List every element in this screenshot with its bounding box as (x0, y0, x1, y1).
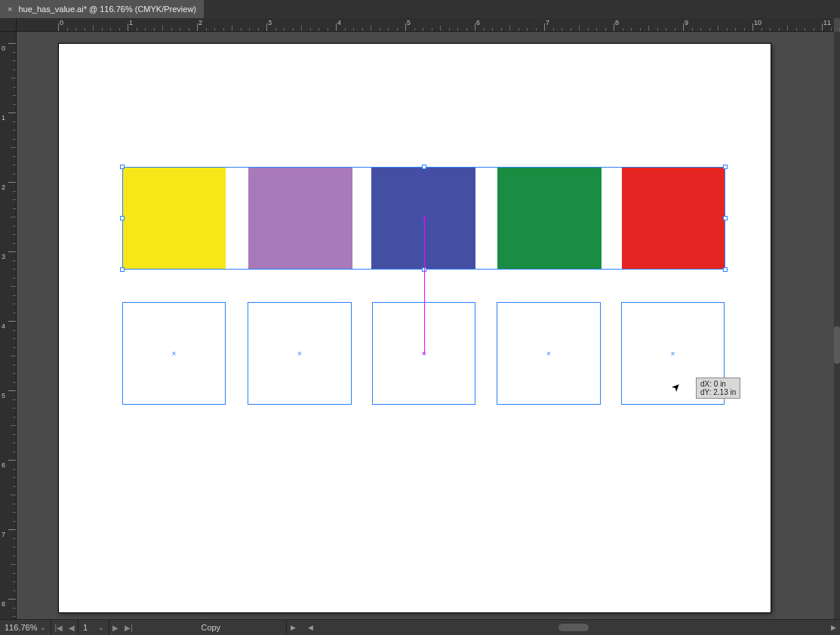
vertical-scrollbar[interactable] (834, 32, 840, 619)
artboard-number: 1 (83, 623, 88, 632)
ruler-h-label: 4 (337, 19, 341, 26)
ruler-h-label: 3 (268, 19, 272, 26)
ruler-v-label: 1 (2, 114, 5, 122)
chevron-down-icon: ⌄ (98, 624, 104, 631)
horizontal-ruler[interactable]: 01234567891011 (17, 18, 834, 32)
horizontal-scrollbar[interactable]: ▶ ◀ ▶ (287, 620, 840, 635)
document-tab-title: hue_has_value.ai* @ 116.76% (CMYK/Previe… (18, 5, 196, 14)
horizontal-scroll-thumb[interactable] (558, 624, 589, 631)
ruler-h-label: 10 (754, 19, 762, 26)
last-artboard-button[interactable]: ▶| (122, 624, 136, 632)
drag-endpoint-icon: × (423, 217, 426, 220)
ruler-h-label: 7 (546, 19, 549, 26)
close-icon[interactable]: × (8, 5, 12, 14)
center-mark-icon: × (297, 350, 302, 358)
ruler-h-label: 8 (615, 19, 619, 26)
ruler-v-label: 6 (2, 461, 5, 469)
center-mark-icon: × (671, 350, 675, 358)
ruler-v-label: 0 (2, 45, 5, 52)
status-mode: Copy (136, 620, 287, 635)
next-artboard-button[interactable]: ▶ (109, 624, 122, 632)
ruler-v-label: 8 (2, 600, 5, 608)
zoom-value: 116.76% (5, 623, 37, 632)
scroll-right-arrow-icon: ▶ (827, 624, 840, 631)
first-artboard-button[interactable]: |◀ (51, 624, 66, 632)
selection-handle[interactable] (723, 165, 728, 169)
selection-handle[interactable] (120, 267, 125, 272)
status-bar: 116.76% ⌄ |◀ ◀ 1 ⌄ ▶ ▶| Copy ▶ ◀ ▶ (0, 619, 840, 635)
selection-handle[interactable] (723, 267, 728, 272)
drag-endpoint-icon: × (423, 352, 426, 356)
ruler-v-label: 7 (2, 531, 5, 538)
ruler-v-label: 2 (2, 183, 5, 191)
drag-threadline (424, 218, 425, 353)
ruler-v-label: 5 (2, 392, 5, 399)
artboard-number-dropdown[interactable]: 1 ⌄ (78, 620, 109, 635)
ruler-h-label: 5 (407, 19, 411, 26)
document-tab-bar: × hue_has_value.ai* @ 116.76% (CMYK/Prev… (0, 0, 840, 18)
ruler-origin-button[interactable] (0, 18, 17, 32)
document-tab[interactable]: × hue_has_value.ai* @ 116.76% (CMYK/Prev… (0, 0, 204, 18)
vertical-ruler[interactable]: 0123456789 (0, 32, 17, 619)
scroll-left-button[interactable]: ▶ (287, 624, 300, 631)
selection-handle[interactable] (120, 216, 125, 220)
ruler-h-label: 1 (129, 19, 133, 26)
ruler-h-label: 0 (60, 19, 63, 26)
center-mark-icon: × (172, 350, 177, 358)
ruler-h-label: 11 (823, 19, 831, 26)
scroll-left-arrow-icon: ◀ (304, 624, 317, 631)
ruler-h-label: 9 (685, 19, 688, 26)
artboard-nav: |◀ ◀ (51, 620, 78, 635)
status-mode-label: Copy (201, 623, 220, 632)
ruler-v-label: 3 (2, 253, 5, 260)
ruler-h-label: 6 (476, 19, 480, 26)
ruler-v-label: 4 (2, 322, 5, 330)
tooltip-dy: dY: 2.13 in (700, 388, 736, 396)
selection-handle[interactable] (120, 165, 125, 169)
canvas-area[interactable]: ×××××××➤dX: 0 indY: 2.13 in (17, 32, 834, 619)
vertical-scroll-thumb[interactable] (834, 326, 840, 364)
chevron-down-icon: ⌄ (40, 624, 46, 631)
transform-values-tooltip: dX: 0 indY: 2.13 in (696, 378, 740, 399)
zoom-level-dropdown[interactable]: 116.76% ⌄ (0, 620, 51, 635)
ruler-h-label: 2 (198, 19, 202, 26)
selection-handle[interactable] (422, 165, 426, 169)
artboard-nav-next: ▶ ▶| (109, 620, 136, 635)
center-mark-icon: × (546, 350, 551, 358)
selection-handle[interactable] (723, 216, 728, 220)
prev-artboard-button[interactable]: ◀ (66, 624, 78, 632)
tooltip-dx: dX: 0 in (700, 380, 736, 388)
